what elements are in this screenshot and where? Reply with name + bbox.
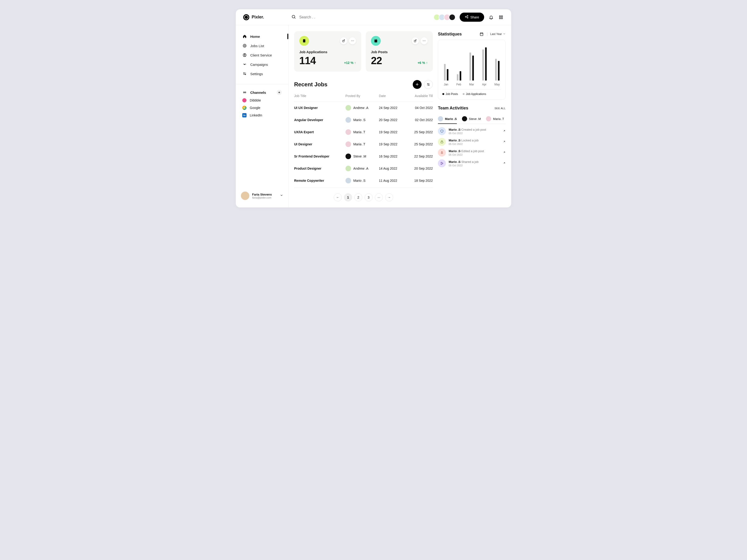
open-activity-icon[interactable] xyxy=(503,129,506,133)
share-button[interactable]: Share xyxy=(460,12,484,22)
stats-title: Statistiques xyxy=(438,32,462,37)
col-available-till[interactable]: Available Till xyxy=(406,92,433,102)
header-right: Share xyxy=(435,12,504,22)
main-right: Statistiques Last Year JanFebMarAprMay J… xyxy=(438,31,506,202)
export-button[interactable] xyxy=(412,37,419,44)
broadcast-icon xyxy=(242,90,247,95)
more-button[interactable]: ··· xyxy=(421,37,428,44)
poster-name: Mario .S xyxy=(354,118,365,122)
channel-label: LinkedIn xyxy=(250,113,262,117)
add-channel-button[interactable]: + xyxy=(277,90,282,95)
channel-google[interactable]: G Google xyxy=(242,106,282,110)
job-till: 20 Sep 2022 xyxy=(406,162,433,175)
poster-avatar xyxy=(345,141,351,147)
nav-home[interactable]: Home xyxy=(240,32,284,41)
svg-rect-9 xyxy=(499,18,500,19)
svg-point-28 xyxy=(429,85,429,85)
poster-avatar xyxy=(345,117,351,123)
nav-campaigns[interactable]: Campaigns xyxy=(240,60,284,69)
channels-label: Channels xyxy=(250,90,266,95)
job-title: UX/IA Expert xyxy=(294,126,345,138)
user-name: Faria Stevens xyxy=(252,193,272,196)
collaborator-avatars[interactable] xyxy=(435,14,456,21)
user-email: faria@pixler.com xyxy=(252,196,272,199)
calendar-button[interactable] xyxy=(479,31,484,37)
activity-text: Mario .S Shared a job 05 Oct 2022 xyxy=(449,160,479,167)
notifications-button[interactable] xyxy=(488,15,494,20)
job-date: 14 Aug 2022 xyxy=(379,162,406,175)
job-till: 22 Sep 2022 xyxy=(406,150,433,162)
home-icon xyxy=(242,34,247,39)
table-row[interactable]: UI UX Designer Andrew .A 24 Sep 2022 04 … xyxy=(294,102,433,114)
col-date[interactable]: Date xyxy=(379,92,406,102)
more-button[interactable]: ··· xyxy=(349,37,356,44)
bar-group xyxy=(469,53,474,80)
nav-jobs-list[interactable]: Jobs List xyxy=(240,41,284,50)
activity-item[interactable]: Mario .S Edited a job post 05 Oct 2022 xyxy=(438,149,506,157)
poster-name: Andrew .A xyxy=(354,167,368,170)
open-activity-icon[interactable] xyxy=(503,140,506,144)
col-title[interactable]: Job Title xyxy=(294,92,345,102)
channel-dibbble[interactable]: Dibbble xyxy=(242,98,282,102)
table-row[interactable]: Angular Developer Mario .S 20 Sep 2022 0… xyxy=(294,114,433,126)
range-selector[interactable]: Last Year xyxy=(487,32,506,36)
x-tick: May xyxy=(494,83,500,86)
tab-steve[interactable]: Steve .M xyxy=(462,114,481,124)
page-1[interactable]: 1 xyxy=(344,193,352,202)
page-2[interactable]: 2 xyxy=(354,193,362,202)
poster-avatar xyxy=(345,105,351,111)
page-3[interactable]: 3 xyxy=(365,193,372,202)
svg-rect-23 xyxy=(375,40,377,43)
export-button[interactable] xyxy=(340,37,347,44)
nav-label: Jobs List xyxy=(250,44,264,48)
chart-x-labels: JanFebMarAprMay xyxy=(442,83,501,86)
prev-page-button[interactable]: ← xyxy=(334,193,342,202)
table-row[interactable]: UX/IA Expert Maria .T 19 Sep 2022 25 Sep… xyxy=(294,126,433,138)
job-till: 02 Oct 2022 xyxy=(406,114,433,126)
client-icon xyxy=(242,53,247,57)
main-left: ··· Job Applications 114 +12 %↑ xyxy=(294,31,433,202)
add-job-button[interactable]: + xyxy=(413,80,421,89)
activity-item[interactable]: Mario .S Locked a job 05 Oct 2022 xyxy=(438,138,506,146)
table-row[interactable]: Sr Frontend Developer Steve .M 16 Sep 20… xyxy=(294,150,433,162)
table-row[interactable]: UI Designer Maria .T 19 Sep 2022 25 Sep … xyxy=(294,138,433,150)
page-ellipsis[interactable]: ··· xyxy=(375,193,383,202)
table-row[interactable]: Product Designer Andrew .A 14 Aug 2022 2… xyxy=(294,162,433,175)
stats-heading: Statistiques Last Year xyxy=(438,31,506,37)
range-label: Last Year xyxy=(490,32,502,36)
activity-icon xyxy=(438,138,446,146)
stat-value: 114 xyxy=(299,55,316,66)
user-card[interactable]: Faria Stevens faria@pixler.com xyxy=(236,192,288,203)
bar-group xyxy=(495,59,499,80)
chart-legend: Job Posts Job Applications xyxy=(442,89,501,96)
stat-value: 22 xyxy=(371,55,382,66)
jobs-icon xyxy=(242,44,247,48)
nav-client-service[interactable]: Client Service xyxy=(240,50,284,60)
tab-mario[interactable]: Mario .S xyxy=(438,114,457,124)
chart-container: JanFebMarAprMay Job Posts Job Applicatio… xyxy=(438,40,506,100)
avatar xyxy=(449,14,456,21)
poster-name: Maria .T xyxy=(354,130,365,134)
channel-label: Dibbble xyxy=(250,99,261,102)
apps-button[interactable] xyxy=(498,15,504,20)
search-input[interactable] xyxy=(299,15,369,19)
brand-name: Pixler. xyxy=(252,15,264,20)
open-activity-icon[interactable] xyxy=(503,151,506,155)
brand-logo-icon xyxy=(243,14,249,20)
col-posted-by[interactable]: Posted By xyxy=(345,92,379,102)
activity-item[interactable]: Mario .S Shared a job 05 Oct 2022 xyxy=(438,159,506,167)
job-title: Product Designer xyxy=(294,162,345,175)
see-all-link[interactable]: SEE ALL xyxy=(494,107,506,110)
tab-maria[interactable]: Maria .T xyxy=(486,114,504,124)
open-activity-icon[interactable] xyxy=(503,161,506,165)
table-row[interactable]: Remote Copywriter Mario .S 11 Aug 2022 1… xyxy=(294,175,433,188)
x-tick: Feb xyxy=(456,83,461,86)
channel-linkedin[interactable]: in LinkedIn xyxy=(242,113,282,117)
filter-jobs-button[interactable] xyxy=(424,80,433,89)
poster-avatar xyxy=(345,166,351,171)
job-title: Sr Frontend Developer xyxy=(294,150,345,162)
activity-item[interactable]: Mario .S Created a job post 05 Oct 2022 xyxy=(438,127,506,135)
nav-settings[interactable]: Settings xyxy=(240,69,284,78)
job-till: 25 Sep 2022 xyxy=(406,126,433,138)
next-page-button[interactable]: → xyxy=(385,193,393,202)
